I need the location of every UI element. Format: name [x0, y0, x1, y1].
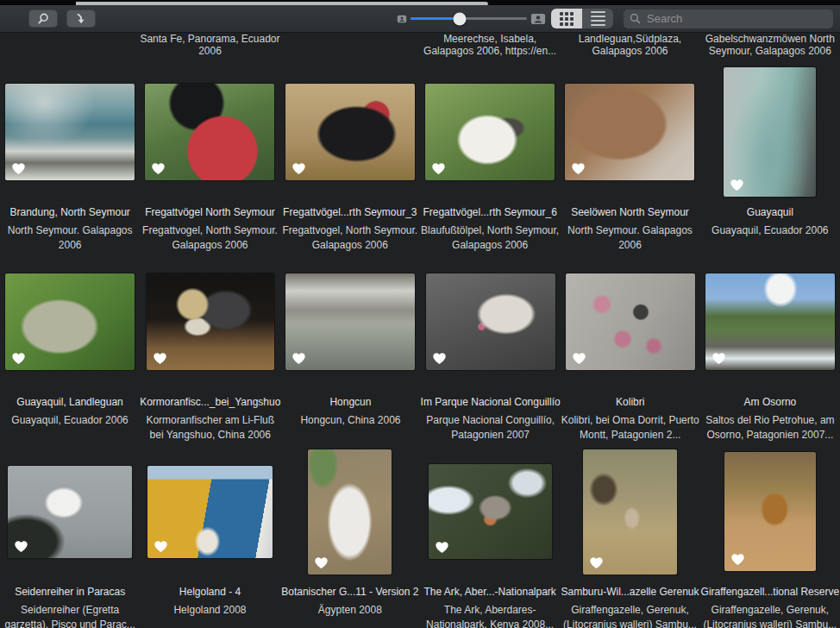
photo-thumbnail[interactable] [425, 84, 555, 180]
favorite-heart-icon[interactable] [589, 556, 604, 569]
grid-view-button[interactable] [551, 9, 582, 28]
thumbnail-zoom-slider[interactable] [397, 13, 546, 25]
photo-cell: Fregattvögel North Seymour Fregattvogel,… [140, 67, 279, 252]
photo-caption: Ägypten 2008 [318, 603, 382, 618]
favorite-heart-icon[interactable] [431, 162, 446, 175]
photo-title: Seidenreiher in Paracas [15, 586, 125, 599]
photo-cell: Samburu-Wil...azelle Gerenuk Giraffengaz… [560, 447, 699, 628]
photo-caption: Santa Fe, Panorama, Ecuador 2006 [140, 34, 279, 58]
favorite-heart-icon[interactable] [11, 352, 26, 365]
photo-caption: Giraffengazelle, Gerenuk, (Litocranius w… [560, 603, 699, 628]
photo-grid: Santa Fe, Panorama, Ecuador 2006 Meerech… [0, 33, 840, 628]
favorite-heart-icon[interactable] [730, 179, 744, 192]
photo-caption: Gabelschwanzmöwen North Seymour, Galapag… [700, 34, 840, 58]
list-view-button[interactable] [582, 9, 613, 28]
photo-title: Kormoranfisc..._bei_Yangshuo [140, 396, 280, 409]
zoom-slider-fill [411, 17, 460, 20]
favorite-heart-icon[interactable] [291, 352, 306, 365]
photo-caption: Meerechse, Isabela, Galapagos 2006, http… [420, 34, 560, 58]
small-photo-icon [397, 15, 407, 23]
favorite-heart-icon[interactable] [153, 352, 167, 365]
photo-caption: Seidenreiher (Egretta garzetta). Pisco u… [0, 603, 140, 628]
photo-title: Botanischer G...11 - Version 2 [281, 586, 418, 599]
photo-cell: Brandung, North Seymour North Seymour. G… [0, 67, 140, 252]
favorite-heart-icon[interactable] [435, 541, 449, 554]
favorite-heart-icon[interactable] [711, 352, 726, 365]
photo-caption: Hongcun, China 2006 [300, 413, 400, 428]
photo-title: Guayaquil, Landleguan [16, 396, 122, 409]
zoom-loupe-button[interactable] [28, 9, 58, 28]
photo-title: Im Parque Nacional Conguillío [421, 396, 561, 409]
favorite-heart-icon[interactable] [730, 553, 745, 566]
photo-thumbnail[interactable] [705, 273, 835, 370]
favorite-heart-icon[interactable] [572, 352, 586, 365]
photo-thumbnail[interactable] [147, 273, 274, 370]
photo-cell: Kolibri Kolibri, bei Oma Dorrit, Puerto … [561, 257, 700, 442]
photo-thumbnail[interactable] [429, 464, 552, 559]
photo-title: Guayaquil [747, 206, 793, 219]
photo-caption: North Seymour. Galapagos 2006 [0, 223, 140, 252]
photo-cell: Fregattvögel...rth Seymour_6 Blaufußtölp… [420, 67, 560, 252]
photo-cell: Im Parque Nacional Conguillío Parque Nac… [421, 257, 561, 442]
photo-title: Am Osorno [744, 396, 797, 409]
photo-thumbnail[interactable] [308, 449, 392, 575]
photo-row: Seidenreiher in Paracas Seidenreiher (Eg… [0, 447, 840, 628]
import-arrow-icon [74, 12, 88, 26]
photos-app-window: Santa Fe, Panorama, Ecuador 2006 Meerech… [0, 0, 840, 628]
photo-thumbnail[interactable] [145, 84, 274, 180]
search-input[interactable] [645, 11, 827, 26]
photo-thumbnail[interactable] [565, 84, 694, 180]
photo-thumbnail[interactable] [147, 466, 273, 558]
photo-thumbnail[interactable] [566, 273, 695, 370]
favorite-heart-icon[interactable] [14, 540, 28, 553]
grid-view-icon [560, 12, 574, 26]
photo-thumbnail[interactable] [426, 273, 555, 370]
photo-cell: Am Osorno Saltos del Rio Petrohue, am Os… [700, 257, 840, 442]
list-view-icon [591, 11, 605, 26]
zoom-slider-thumb[interactable] [453, 12, 466, 25]
favorite-heart-icon[interactable] [571, 162, 586, 175]
photo-title: Brandung, North Seymour [9, 206, 129, 219]
photo-thumbnail[interactable] [285, 84, 415, 180]
photo-thumbnail[interactable] [583, 449, 677, 575]
photo-caption: Saltos del Rio Petrohue, am Osorno, Pata… [700, 413, 840, 442]
favorite-heart-icon[interactable] [432, 352, 447, 365]
favorite-heart-icon[interactable] [11, 162, 26, 175]
photo-title: Giraffengazell...tional Reserve [701, 586, 840, 599]
photo-thumbnail[interactable] [5, 84, 135, 180]
photo-thumbnail[interactable] [285, 273, 415, 370]
search-field[interactable] [624, 9, 833, 28]
photo-cell: Giraffengazell...tional Reserve Giraffen… [700, 447, 840, 628]
photo-thumbnail[interactable] [8, 466, 132, 558]
photo-thumbnail[interactable] [5, 273, 135, 370]
photo-title: Helgoland - 4 [179, 586, 241, 599]
photo-cell: Kormoranfisc..._bei_Yangshuo Kormoranfis… [140, 257, 280, 442]
photo-title: The Ark, Aber...-Nationalpark [423, 586, 555, 599]
photo-cell: Fregattvögel...rth Seymour_3 Fregattvoge… [280, 67, 420, 252]
zoom-slider-track[interactable] [411, 17, 527, 20]
photo-thumbnail[interactable] [724, 452, 816, 571]
photo-caption: Kolibri, bei Oma Dorrit, Puerto Montt, P… [561, 413, 700, 442]
toolbar-right-group [397, 9, 833, 28]
photo-cell: Hongcun Hongcun, China 2006 [280, 257, 420, 442]
large-photo-icon [530, 13, 546, 25]
import-button[interactable] [66, 9, 96, 28]
photo-cell: Guayaquil, Landleguan Guayaquil, Ecuador… [0, 257, 140, 442]
photo-row: Brandung, North Seymour North Seymour. G… [0, 67, 840, 252]
photo-cell: Botanischer G...11 - Version 2 Ägypten 2… [280, 447, 420, 628]
photo-cell: Helgoland - 4 Helgoland 2008 [140, 447, 279, 628]
window-top-strip [0, 0, 840, 5]
favorite-heart-icon[interactable] [154, 540, 168, 553]
toolbar [0, 5, 840, 33]
photo-cell: The Ark, Aber...-Nationalpark The Ark, A… [420, 447, 560, 628]
view-toggle [551, 9, 613, 28]
photo-thumbnail[interactable] [724, 67, 816, 197]
photo-title: Fregattvögel...rth Seymour_6 [423, 206, 556, 219]
photo-caption: Blaufußtölpel, North Seymour, Galapagos … [420, 223, 560, 252]
photo-title: Fregattvögel...rth Seymour_3 [283, 206, 417, 219]
favorite-heart-icon[interactable] [151, 162, 166, 175]
favorite-heart-icon[interactable] [291, 162, 306, 175]
photo-caption: North Seymour. Galapagos 2006 [560, 223, 699, 252]
favorite-heart-icon[interactable] [314, 556, 329, 569]
photo-title: Kolibri [616, 396, 644, 409]
